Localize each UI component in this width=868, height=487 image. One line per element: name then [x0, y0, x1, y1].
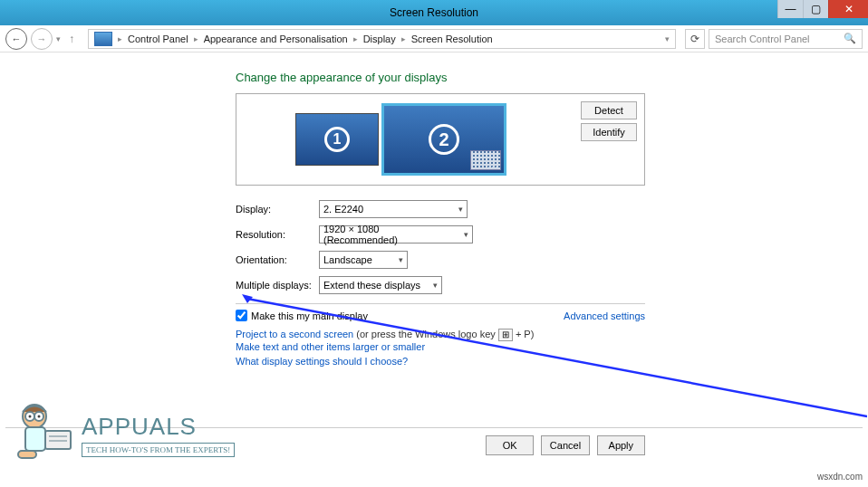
- orientation-select[interactable]: Landscape: [319, 251, 408, 269]
- project-hint-b: + P): [516, 329, 534, 339]
- display-select[interactable]: 2. E2240: [319, 200, 468, 218]
- cancel-button[interactable]: Cancel: [541, 435, 589, 455]
- back-button[interactable]: ←: [5, 28, 27, 50]
- crumb-display[interactable]: Display: [363, 33, 396, 44]
- window-buttons: — ▢ ✕: [777, 0, 868, 18]
- monitor-2-number: 2: [429, 124, 459, 155]
- mascot-icon: [9, 398, 74, 471]
- breadcrumb[interactable]: ▸ Control Panel ▸ Appearance and Persona…: [88, 29, 676, 49]
- monitor-1[interactable]: 1: [295, 113, 379, 166]
- forward-button[interactable]: →: [31, 28, 53, 50]
- svg-rect-8: [45, 431, 71, 449]
- breadcrumb-dropdown-icon[interactable]: ▾: [665, 34, 670, 43]
- control-panel-icon: [94, 32, 112, 46]
- display-preview[interactable]: 1 2 ⋯ Detect Identify: [236, 93, 645, 186]
- refresh-button[interactable]: ⟳: [685, 29, 705, 49]
- apply-button[interactable]: Apply: [597, 435, 645, 455]
- crumb-appearance[interactable]: Appearance and Personalisation: [204, 33, 348, 44]
- monitor-2-selected[interactable]: 2 ⋯: [381, 103, 506, 176]
- svg-rect-11: [18, 451, 36, 458]
- identify-button[interactable]: Identify: [581, 123, 637, 141]
- crumb-control-panel[interactable]: Control Panel: [128, 33, 188, 44]
- multiple-displays-label: Multiple displays:: [236, 280, 319, 291]
- project-hint-a: (or press the Windows logo key: [356, 329, 498, 339]
- page-heading: Change the appearance of your displays: [236, 71, 868, 84]
- project-link[interactable]: Project to a second screen: [236, 329, 353, 339]
- resolution-select[interactable]: 1920 × 1080 (Recommended): [319, 225, 473, 244]
- resize-handle-icon: ⋯: [487, 161, 500, 174]
- ok-button[interactable]: OK: [486, 435, 534, 455]
- windows-key-icon: ⊞: [498, 329, 513, 341]
- search-placeholder: Search Control Panel: [715, 33, 810, 44]
- minimize-button[interactable]: —: [777, 0, 803, 18]
- brand-name: APPUALS: [82, 413, 235, 441]
- recent-dropdown-icon[interactable]: ▾: [56, 34, 61, 43]
- advanced-settings-link[interactable]: Advanced settings: [564, 310, 645, 321]
- multiple-displays-select[interactable]: Extend these displays: [319, 276, 442, 294]
- text-size-link[interactable]: Make text and other items larger or smal…: [236, 341, 868, 352]
- titlebar: Screen Resolution — ▢ ✕: [0, 0, 868, 25]
- close-button[interactable]: ✕: [828, 0, 868, 18]
- brand-tagline: TECH HOW-TO'S FROM THE EXPERTS!: [82, 443, 235, 457]
- svg-point-5: [29, 415, 32, 418]
- detect-button[interactable]: Detect: [581, 101, 637, 119]
- main-display-checkbox[interactable]: [236, 310, 247, 321]
- resolution-label: Resolution:: [236, 229, 319, 240]
- display-label: Display:: [236, 204, 319, 215]
- which-settings-link[interactable]: What display settings should I choose?: [236, 356, 868, 367]
- orientation-label: Orientation:: [236, 254, 319, 265]
- svg-rect-7: [25, 427, 45, 451]
- content: Change the appearance of your displays 1…: [0, 53, 868, 367]
- maximize-button[interactable]: ▢: [803, 0, 828, 18]
- monitor-1-number: 1: [324, 127, 350, 152]
- search-input[interactable]: Search Control Panel 🔍: [709, 29, 863, 49]
- search-icon: 🔍: [844, 33, 856, 44]
- up-button[interactable]: ↑: [64, 33, 79, 45]
- navbar: ← → ▾ ↑ ▸ Control Panel ▸ Appearance and…: [0, 25, 868, 53]
- appuals-logo: APPUALS TECH HOW-TO'S FROM THE EXPERTS!: [9, 398, 235, 471]
- watermark: wsxdn.com: [817, 472, 863, 482]
- window-title: Screen Resolution: [0, 6, 868, 19]
- svg-point-6: [38, 415, 41, 418]
- crumb-screen-resolution[interactable]: Screen Resolution: [411, 33, 493, 44]
- main-display-label: Make this my main display: [251, 310, 368, 321]
